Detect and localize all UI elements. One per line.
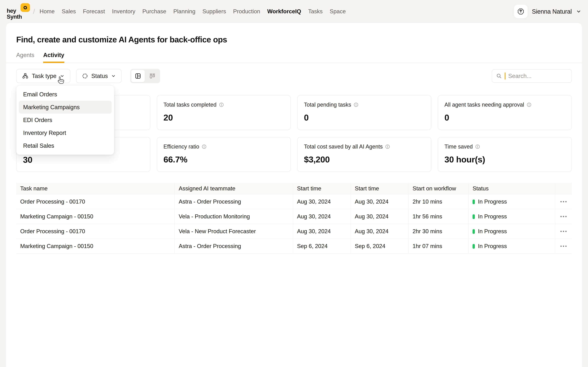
nav-item-sales[interactable]: Sales [62, 8, 76, 15]
row-menu-icon[interactable] [559, 216, 568, 217]
stat-card-total-pending: Total pending tasks 0 [297, 95, 431, 130]
status-indicator [473, 200, 475, 204]
row-menu-icon[interactable] [559, 231, 568, 232]
info-icon[interactable] [475, 144, 480, 149]
status-cell: In Progress [468, 239, 555, 254]
actions-cell [555, 239, 572, 254]
stat-value: 66.7% [164, 154, 284, 164]
nav-separator: / [33, 8, 35, 15]
main-content-card: Find, create and customize AI Agents for… [6, 23, 582, 367]
task-name-cell: Marketing Campaign - 00150 [16, 239, 174, 254]
status-filter-label: Status [91, 73, 108, 79]
column-header-task-name[interactable]: Task name [16, 183, 174, 194]
dropdown-item-email-orders[interactable]: Email Orders [19, 88, 112, 101]
teammate-cell: Astra - Order Processing [174, 239, 293, 254]
stat-card-needing-approval: All agent tasks needing approval 0 [438, 95, 572, 130]
teammate-cell: Astra - Order Processing [174, 194, 293, 209]
user-menu[interactable]: Sienna Natural [514, 5, 581, 18]
search-input[interactable] [508, 73, 568, 79]
search-icon [496, 73, 502, 79]
start-time-cell: Sep 6, 2024 [293, 239, 351, 254]
stat-label: Total cost saved by all AI Agents [304, 143, 383, 150]
table-row[interactable]: Marketing Campaign - 00150 Vela - Produc… [16, 209, 572, 224]
kanban-view-icon [149, 73, 156, 79]
kanban-view-button[interactable] [146, 70, 159, 82]
workflow-icon [22, 73, 28, 79]
brand-emblem-button[interactable] [514, 5, 528, 18]
status-filter-button[interactable]: Status [76, 69, 122, 83]
nav-item-space[interactable]: Space [330, 8, 346, 15]
toolbar: Task type Status [16, 69, 572, 83]
user-name: Sienna Natural [532, 8, 572, 15]
tab-agents[interactable]: Agents [16, 52, 34, 63]
nav-item-production[interactable]: Production [233, 8, 260, 15]
tab-activity[interactable]: Activity [43, 52, 64, 63]
status-indicator [473, 214, 475, 219]
top-nav: hey Synth / Home Sales Forecast Inventor… [0, 0, 588, 23]
nav-item-forecast[interactable]: Forecast [83, 8, 105, 15]
actions-cell [555, 209, 572, 224]
table-view-button[interactable] [131, 70, 145, 82]
stat-label: Total pending tasks [304, 101, 351, 108]
task-type-dropdown: Email Orders Marketing Campaigns EDI Ord… [16, 85, 114, 155]
nav-item-tasks[interactable]: Tasks [308, 8, 323, 15]
info-icon[interactable] [219, 102, 224, 107]
task-name-cell: Order Processing - 00170 [16, 194, 174, 209]
tasks-table: Task name Assigned AI teammate Start tim… [16, 183, 572, 254]
info-icon[interactable] [385, 144, 390, 149]
table-row[interactable]: Marketing Campaign - 00150 Astra - Order… [16, 239, 572, 254]
nav-item-planning[interactable]: Planning [173, 8, 195, 15]
nav-item-suppliers[interactable]: Suppliers [202, 8, 226, 15]
stat-card-efficiency-ratio: Efficiency ratio 66.7% [157, 137, 291, 172]
stat-value: 0 [304, 113, 425, 123]
stat-card-time-saved: Time saved 30 hour(s) [438, 137, 572, 172]
dropdown-item-edi-orders[interactable]: EDI Orders [19, 114, 112, 126]
text-caret [505, 73, 505, 80]
nav-item-inventory[interactable]: Inventory [112, 8, 135, 15]
status-cell: In Progress [468, 209, 555, 224]
stat-value: $3,200 [304, 154, 425, 164]
nav-items: Home Sales Forecast Inventory Purchase P… [40, 8, 346, 15]
nav-item-workforceiq[interactable]: WorkforceIQ [267, 8, 301, 15]
column-header-start-on-workflow[interactable]: Start on workflow [408, 183, 468, 194]
dropdown-item-marketing-campaigns[interactable]: Marketing Campaigns [19, 101, 112, 114]
start-time-cell: Sep 6, 2024 [351, 239, 408, 254]
task-name-cell: Order Processing - 00170 [16, 224, 174, 239]
info-icon[interactable] [202, 144, 207, 149]
chevron-down-icon [576, 9, 581, 14]
app-logo[interactable]: hey Synth [7, 3, 30, 20]
status-indicator [473, 244, 475, 249]
column-header-start-time-1[interactable]: Start time [293, 183, 351, 194]
info-icon[interactable] [354, 102, 358, 107]
task-type-filter-button[interactable]: Task type [16, 69, 70, 83]
row-menu-icon[interactable] [559, 246, 568, 247]
start-time-cell: Aug 30, 2024 [351, 209, 408, 224]
column-header-start-time-2[interactable]: Start time [351, 183, 408, 194]
logo-text: hey Synth [7, 8, 22, 20]
table-header-row: Task name Assigned AI teammate Start tim… [16, 183, 572, 194]
logo-swirl-icon [20, 3, 30, 12]
search-box[interactable] [492, 69, 572, 83]
column-header-status[interactable]: Status [468, 183, 555, 194]
chevron-down-icon [111, 74, 116, 78]
stat-value: 20 [164, 113, 284, 123]
info-icon[interactable] [527, 102, 531, 107]
column-header-teammate[interactable]: Assigned AI teammate [174, 183, 293, 194]
chevron-down-icon [60, 74, 64, 78]
tab-bar: Agents Activity [6, 52, 582, 63]
stat-card-total-completed: Total tasks completed 20 [157, 95, 291, 130]
nav-item-purchase[interactable]: Purchase [142, 8, 166, 15]
seal-sprout-icon [517, 8, 524, 15]
screen: hey Synth / Home Sales Forecast Inventor… [0, 0, 588, 367]
page-title: Find, create and customize AI Agents for… [16, 23, 572, 44]
status-cell: In Progress [468, 224, 555, 239]
dropdown-item-retail-sales[interactable]: Retail Sales [19, 139, 112, 152]
table-row[interactable]: Order Processing - 00170 Vela - New Prod… [16, 224, 572, 239]
table-row[interactable]: Order Processing - 00170 Astra - Order P… [16, 194, 572, 209]
row-menu-icon[interactable] [559, 201, 568, 202]
dropdown-item-inventory-report[interactable]: Inventory Report [19, 126, 112, 139]
stat-value: 0 [444, 113, 565, 123]
workflow-duration-cell: 2hr 10 mins [408, 194, 468, 209]
nav-item-home[interactable]: Home [40, 8, 55, 15]
start-time-cell: Aug 30, 2024 [293, 209, 351, 224]
